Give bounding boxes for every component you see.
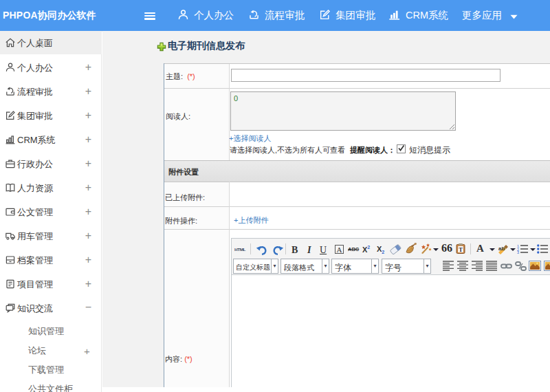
svg-text:3: 3 <box>517 250 519 254</box>
svg-text:ab: ab <box>498 246 505 252</box>
svg-text:T: T <box>459 246 463 253</box>
